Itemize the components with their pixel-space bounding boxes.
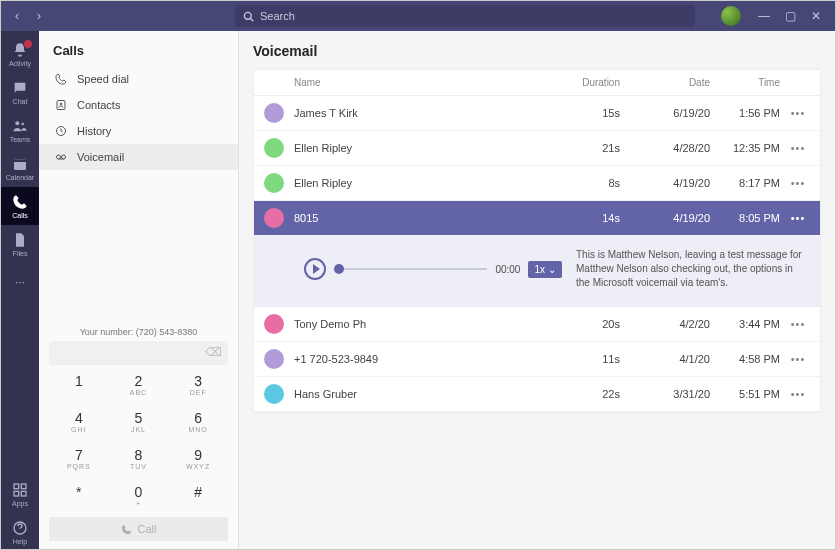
play-icon bbox=[313, 264, 320, 274]
row-more-button[interactable]: ••• bbox=[786, 388, 810, 400]
search-input[interactable]: Search bbox=[235, 5, 695, 27]
sidebar-item-contacts[interactable]: Contacts bbox=[39, 92, 238, 118]
avatar bbox=[264, 314, 284, 334]
duration: 8s bbox=[556, 177, 626, 189]
voicemail-icon bbox=[55, 151, 67, 163]
svg-rect-8 bbox=[14, 491, 19, 496]
seek-thumb[interactable] bbox=[334, 264, 344, 274]
voicemail-row[interactable]: 801514s4/19/208:05 PM••• bbox=[254, 201, 820, 236]
caller-name: +1 720-523-9849 bbox=[294, 353, 556, 365]
caller-name: Ellen Ripley bbox=[294, 177, 556, 189]
svg-rect-5 bbox=[14, 159, 26, 162]
duration: 21s bbox=[556, 142, 626, 154]
svg-line-1 bbox=[251, 18, 254, 21]
time: 8:17 PM bbox=[716, 177, 786, 189]
caller-name: James T Kirk bbox=[294, 107, 556, 119]
nav-back-button[interactable]: ‹ bbox=[7, 6, 27, 26]
rail-item-help[interactable]: Help bbox=[1, 513, 39, 550]
date: 4/2/20 bbox=[626, 318, 716, 330]
row-more-button[interactable]: ••• bbox=[786, 107, 810, 119]
date: 3/31/20 bbox=[626, 388, 716, 400]
time: 5:51 PM bbox=[716, 388, 786, 400]
keypad-key-9[interactable]: 9WXYZ bbox=[168, 445, 228, 476]
svg-point-0 bbox=[244, 12, 251, 19]
nav-forward-button[interactable]: › bbox=[29, 6, 49, 26]
activity-badge bbox=[23, 39, 33, 49]
window-minimize-button[interactable]: — bbox=[751, 6, 777, 26]
row-more-button[interactable]: ••• bbox=[786, 142, 810, 154]
backspace-icon[interactable]: ⌫ bbox=[205, 345, 222, 359]
rail-item-teams[interactable]: Teams bbox=[1, 111, 39, 149]
avatar bbox=[264, 138, 284, 158]
rail-item-more[interactable]: ··· bbox=[1, 263, 39, 301]
keypad-key-#[interactable]: # bbox=[168, 482, 228, 513]
duration: 20s bbox=[556, 318, 626, 330]
voicemail-row[interactable]: Tony Demo Ph20s4/2/203:44 PM••• bbox=[254, 307, 820, 342]
rail-item-calendar[interactable]: Calendar bbox=[1, 149, 39, 187]
playback-speed-button[interactable]: 1x ⌄ bbox=[528, 261, 562, 278]
time: 8:05 PM bbox=[716, 212, 786, 224]
rail-item-files[interactable]: Files bbox=[1, 225, 39, 263]
more-icon: ··· bbox=[15, 275, 25, 289]
row-more-button[interactable]: ••• bbox=[786, 353, 810, 365]
apps-icon bbox=[12, 482, 28, 498]
dial-input[interactable]: ⌫ bbox=[49, 341, 228, 365]
svg-rect-9 bbox=[21, 491, 26, 496]
call-button[interactable]: Call bbox=[49, 517, 228, 541]
row-more-button[interactable]: ••• bbox=[786, 177, 810, 189]
help-icon bbox=[12, 520, 28, 536]
keypad-key-4[interactable]: 4GHI bbox=[49, 408, 109, 439]
date: 4/19/20 bbox=[626, 177, 716, 189]
row-more-button[interactable]: ••• bbox=[786, 318, 810, 330]
chat-icon bbox=[12, 80, 28, 96]
window-close-button[interactable]: ✕ bbox=[803, 6, 829, 26]
keypad-key-0[interactable]: 0+ bbox=[109, 482, 169, 513]
keypad-key-1[interactable]: 1 bbox=[49, 371, 109, 402]
caller-name: 8015 bbox=[294, 212, 556, 224]
keypad-key-5[interactable]: 5JKL bbox=[109, 408, 169, 439]
teams-icon bbox=[12, 118, 28, 134]
voicemail-table: Name Duration Date Time James T Kirk15s6… bbox=[253, 69, 821, 413]
voicemail-row[interactable]: James T Kirk15s6/19/201:56 PM••• bbox=[254, 96, 820, 131]
rail-item-activity[interactable]: Activity bbox=[1, 35, 39, 73]
time: 1:56 PM bbox=[716, 107, 786, 119]
seek-track[interactable] bbox=[334, 268, 487, 270]
voicemail-row[interactable]: Hans Gruber22s3/31/205:51 PM••• bbox=[254, 377, 820, 412]
keypad-key-8[interactable]: 8TUV bbox=[109, 445, 169, 476]
voicemail-row[interactable]: Ellen Ripley8s4/19/208:17 PM••• bbox=[254, 166, 820, 201]
row-more-button[interactable]: ••• bbox=[786, 212, 810, 224]
transcript-text: This is Matthew Nelson, leaving a test m… bbox=[576, 248, 806, 290]
col-date: Date bbox=[626, 77, 716, 88]
sidebar-item-history[interactable]: History bbox=[39, 118, 238, 144]
date: 4/1/20 bbox=[626, 353, 716, 365]
search-placeholder: Search bbox=[260, 10, 295, 22]
voicemail-row[interactable]: +1 720-523-984911s4/1/204:58 PM••• bbox=[254, 342, 820, 377]
play-button[interactable] bbox=[304, 258, 326, 280]
window-maximize-button[interactable]: ▢ bbox=[777, 6, 803, 26]
keypad-key-3[interactable]: 3DEF bbox=[168, 371, 228, 402]
rail-item-apps[interactable]: Apps bbox=[1, 475, 39, 513]
rail-item-chat[interactable]: Chat bbox=[1, 73, 39, 111]
your-number-label: Your number: (720) 543-8380 bbox=[49, 327, 228, 337]
sidebar-item-voicemail[interactable]: Voicemail bbox=[39, 144, 238, 170]
keypad-key-7[interactable]: 7PQRS bbox=[49, 445, 109, 476]
phone-icon bbox=[12, 194, 28, 210]
contacts-icon bbox=[55, 99, 67, 111]
date: 6/19/20 bbox=[626, 107, 716, 119]
avatar bbox=[264, 208, 284, 228]
svg-point-12 bbox=[60, 103, 62, 105]
avatar bbox=[264, 103, 284, 123]
keypad-key-2[interactable]: 2ABC bbox=[109, 371, 169, 402]
keypad-key-6[interactable]: 6MNO bbox=[168, 408, 228, 439]
avatar bbox=[264, 384, 284, 404]
calls-sidebar: Calls Speed dial Contacts History Voicem… bbox=[39, 31, 239, 550]
voicemail-row[interactable]: Ellen Ripley21s4/28/2012:35 PM••• bbox=[254, 131, 820, 166]
profile-avatar[interactable] bbox=[721, 6, 741, 26]
duration: 11s bbox=[556, 353, 626, 365]
files-icon bbox=[12, 232, 28, 248]
sidebar-item-speed-dial[interactable]: Speed dial bbox=[39, 66, 238, 92]
svg-point-2 bbox=[15, 121, 19, 125]
rail-item-calls[interactable]: Calls bbox=[1, 187, 39, 225]
keypad-key-*[interactable]: * bbox=[49, 482, 109, 513]
dialer: Your number: (720) 543-8380 ⌫ 12ABC3DEF4… bbox=[39, 321, 238, 550]
